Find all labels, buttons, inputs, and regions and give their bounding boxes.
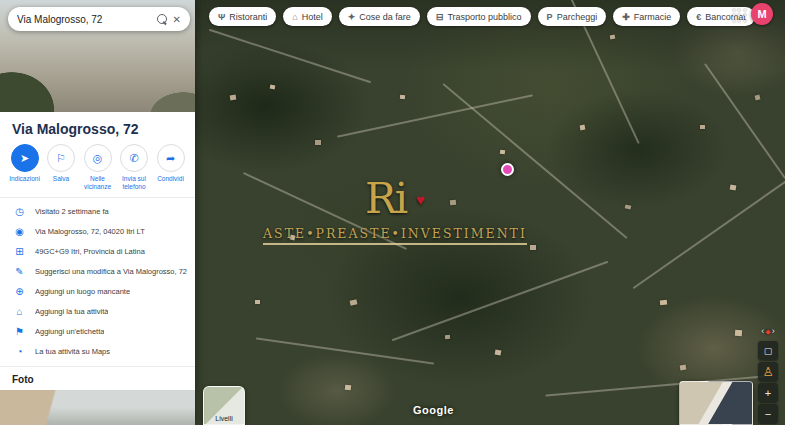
search-icon[interactable]: [157, 14, 167, 24]
close-icon[interactable]: ✕: [173, 14, 181, 25]
detail-suggest-edit[interactable]: ✎Suggerisci una modifica a Via Malogross…: [0, 262, 195, 282]
agency-monogram-logo: Ri: [365, 174, 406, 223]
share-button[interactable]: ➦Condividi: [153, 144, 188, 191]
chip-label: Trasporto pubblico: [447, 12, 521, 22]
detail-text: 49GC+G9 Itri, Provincia di Latina: [35, 247, 145, 256]
apps-grid-dot: [733, 9, 735, 11]
chip-things-to-do[interactable]: ✦Cose da fare: [339, 7, 420, 26]
compass-icon[interactable]: [761, 323, 774, 339]
map-house: [580, 125, 586, 131]
tilt-button[interactable]: [758, 341, 778, 360]
chip-label: Ristoranti: [229, 12, 267, 22]
chip-pharmacies[interactable]: ✚Farmacie: [613, 7, 680, 26]
add-place-icon: ⊕: [13, 286, 26, 297]
map-house: [735, 330, 742, 336]
history-icon: ◷: [13, 206, 26, 217]
detail-text: La tua attività su Maps: [35, 347, 110, 356]
action-label: Salva: [53, 175, 69, 183]
transit-icon: ⊟: [436, 12, 444, 22]
share-icon: ➦: [157, 144, 185, 172]
atm-icon: €: [696, 12, 701, 22]
map-house: [610, 35, 616, 40]
search-nearby-icon: ◎: [84, 144, 112, 172]
nearby-button[interactable]: ◎Nelle vicinanze: [80, 144, 115, 191]
apps-grid-dot: [744, 9, 746, 11]
apps-grid-dot: [738, 9, 740, 11]
detail-add-business[interactable]: ⌂Aggiungi la tua attività: [0, 302, 195, 322]
pharmacy-icon: ✚: [622, 12, 630, 22]
parking-icon: P: [547, 12, 553, 22]
place-photo-thumbnail[interactable]: [0, 390, 195, 425]
map-house: [530, 245, 536, 250]
directions-icon: ➤: [11, 144, 39, 172]
detail-text: Aggiungi la tua attività: [35, 307, 108, 316]
chip-label: Hotel: [302, 12, 323, 22]
google-apps-icon[interactable]: [733, 9, 747, 23]
zoom-in-button[interactable]: +: [758, 383, 778, 402]
map-house: [400, 95, 405, 99]
directions-button[interactable]: ➤Indicazioni: [7, 144, 42, 191]
detail-text: Aggiungi un'etichetta: [35, 327, 104, 336]
plus-code-icon: ⊞: [13, 246, 26, 257]
map-canvas[interactable]: ΨRistoranti⌂Hotel✦Cose da fare⊟Trasporto…: [195, 0, 785, 425]
chip-label: Farmacie: [634, 12, 672, 22]
detail-plus-code[interactable]: ⊞49GC+G9 Itri, Provincia di Latina: [0, 242, 195, 262]
map-house: [255, 300, 260, 304]
search-input[interactable]: Via Malogrosso, 72: [17, 14, 151, 25]
apps-grid-dot: [733, 20, 735, 22]
map-marker[interactable]: [501, 163, 514, 176]
avatar[interactable]: M: [751, 3, 773, 25]
rotate-left-icon: [761, 326, 764, 336]
detail-add-missing-place[interactable]: ⊕Aggiungi un luogo mancante: [0, 282, 195, 302]
zoom-out-button[interactable]: −: [758, 404, 778, 423]
search-bar[interactable]: Via Malogrosso, 72 ✕: [8, 7, 190, 31]
action-label: Invia sul telefono: [117, 175, 152, 191]
map-house: [754, 94, 760, 100]
map-house: [289, 234, 295, 240]
chip-parking[interactable]: PParcheggi: [538, 7, 607, 26]
label-icon: ⚑: [13, 326, 26, 337]
detail-add-label[interactable]: ⚑Aggiungi un'etichetta: [0, 322, 195, 342]
chip-transit[interactable]: ⊟Trasporto pubblico: [427, 7, 531, 26]
detail-maps-activity[interactable]: ◔La tua attività su Maps: [0, 342, 195, 362]
chip-label: Parcheggi: [557, 12, 598, 22]
pencil-icon: ✎: [13, 266, 26, 277]
map-road: [442, 83, 627, 239]
send-to-phone-button[interactable]: ✆Invia sul telefono: [117, 144, 152, 191]
apps-grid-dot: [738, 14, 740, 16]
map-road: [633, 173, 785, 289]
page-title: Via Malogrosso, 72: [0, 112, 195, 140]
map-road: [243, 172, 407, 250]
google-maps-screen: ΨRistoranti⌂Hotel✦Cose da fare⊟Trasporto…: [0, 0, 785, 425]
chip-restaurants[interactable]: ΨRistoranti: [209, 7, 276, 26]
map-road: [704, 63, 785, 179]
place-details: ◷Visitato 2 settimane fa◉Via Malogrosso,…: [0, 197, 195, 362]
map-house: [680, 365, 687, 371]
map-house: [230, 95, 237, 101]
map-house: [660, 300, 667, 306]
pegman-button[interactable]: [758, 362, 778, 381]
map-house: [270, 85, 276, 90]
layers-tile[interactable]: Livelli: [203, 386, 245, 425]
map-house: [495, 350, 502, 356]
detail-visit-history[interactable]: ◷Visitato 2 settimane fa: [0, 202, 195, 222]
map-road: [337, 94, 533, 138]
street-view-thumbnail[interactable]: [679, 381, 753, 425]
apps-grid-dot: [744, 14, 746, 16]
chip-hotels[interactable]: ⌂Hotel: [283, 7, 331, 26]
save-button[interactable]: ⚐Salva: [44, 144, 79, 191]
map-house: [625, 204, 632, 209]
send-to-phone-icon: ✆: [120, 144, 148, 172]
detail-address[interactable]: ◉Via Malogrosso, 72, 04020 Itri LT: [0, 222, 195, 242]
activity-icon: ◔: [13, 346, 26, 357]
map-house: [700, 125, 705, 129]
detail-text: Via Malogrosso, 72, 04020 Itri LT: [35, 227, 145, 236]
apps-grid-dot: [733, 14, 735, 16]
storefront-icon: ⌂: [13, 306, 26, 317]
map-road: [392, 261, 609, 342]
apps-grid-dot: [744, 20, 746, 22]
action-buttons: ➤Indicazioni⚐Salva◎Nelle vicinanze✆Invia…: [0, 140, 195, 197]
map-house: [315, 140, 321, 145]
map-house: [450, 200, 456, 206]
action-label: Condividi: [157, 175, 184, 183]
